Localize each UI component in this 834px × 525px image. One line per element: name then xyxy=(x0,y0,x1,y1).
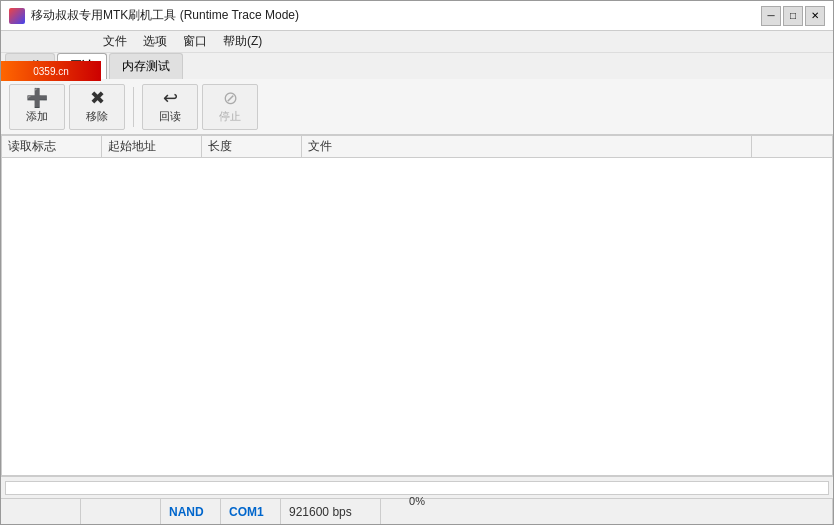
readback-icon: ↩ xyxy=(163,89,178,107)
stop-button[interactable]: ⊘ 停止 xyxy=(202,84,258,130)
window-controls: ─ □ ✕ xyxy=(761,6,825,26)
table-header: 读取标志 起始地址 长度 文件 xyxy=(2,136,832,158)
tab-memory-test[interactable]: 内存测试 xyxy=(109,53,183,79)
progress-bar: 0% xyxy=(5,481,829,495)
main-window: 移动叔叔专用MTK刷机工具 (Runtime Trace Mode) ─ □ ✕… xyxy=(0,0,834,525)
add-icon: ➕ xyxy=(26,89,48,107)
close-button[interactable]: ✕ xyxy=(805,6,825,26)
menu-bar: 文件 选项 窗口 帮助(Z) xyxy=(1,31,833,53)
toolbar-separator xyxy=(133,87,134,127)
menu-window[interactable]: 窗口 xyxy=(175,31,215,52)
window-title: 移动叔叔专用MTK刷机工具 (Runtime Trace Mode) xyxy=(31,7,761,24)
menu-options[interactable]: 选项 xyxy=(135,31,175,52)
maximize-button[interactable]: □ xyxy=(783,6,803,26)
col-header-start-addr: 起始地址 xyxy=(102,136,202,157)
watermark-text: 0359.cn xyxy=(33,66,69,77)
progress-area: 0% xyxy=(1,476,833,498)
add-label: 添加 xyxy=(26,109,48,124)
watermark: 0359.cn xyxy=(1,61,101,81)
progress-text: 0% xyxy=(6,494,828,508)
window-content: 0359.cn 文件 选项 窗口 帮助(Z) 下载 回读 内存测试 ➕ 添加 ✖… xyxy=(1,31,833,524)
stop-icon: ⊘ xyxy=(223,89,238,107)
col-header-file: 文件 xyxy=(302,136,752,157)
app-icon xyxy=(9,8,25,24)
minimize-button[interactable]: ─ xyxy=(761,6,781,26)
col-header-extra xyxy=(752,136,832,157)
remove-icon: ✖ xyxy=(90,89,105,107)
tab-bar: 下载 回读 内存测试 xyxy=(1,53,833,79)
stop-label: 停止 xyxy=(219,109,241,124)
toolbar: ➕ 添加 ✖ 移除 ↩ 回读 ⊘ 停止 xyxy=(1,79,833,135)
menu-file[interactable]: 文件 xyxy=(95,31,135,52)
readback-label: 回读 xyxy=(159,109,181,124)
menu-help[interactable]: 帮助(Z) xyxy=(215,31,270,52)
readback-button[interactable]: ↩ 回读 xyxy=(142,84,198,130)
add-button[interactable]: ➕ 添加 xyxy=(9,84,65,130)
remove-button[interactable]: ✖ 移除 xyxy=(69,84,125,130)
remove-label: 移除 xyxy=(86,109,108,124)
title-bar: 移动叔叔专用MTK刷机工具 (Runtime Trace Mode) ─ □ ✕ xyxy=(1,1,833,31)
table-area: 读取标志 起始地址 长度 文件 xyxy=(1,135,833,476)
col-header-read-flag: 读取标志 xyxy=(2,136,102,157)
col-header-length: 长度 xyxy=(202,136,302,157)
